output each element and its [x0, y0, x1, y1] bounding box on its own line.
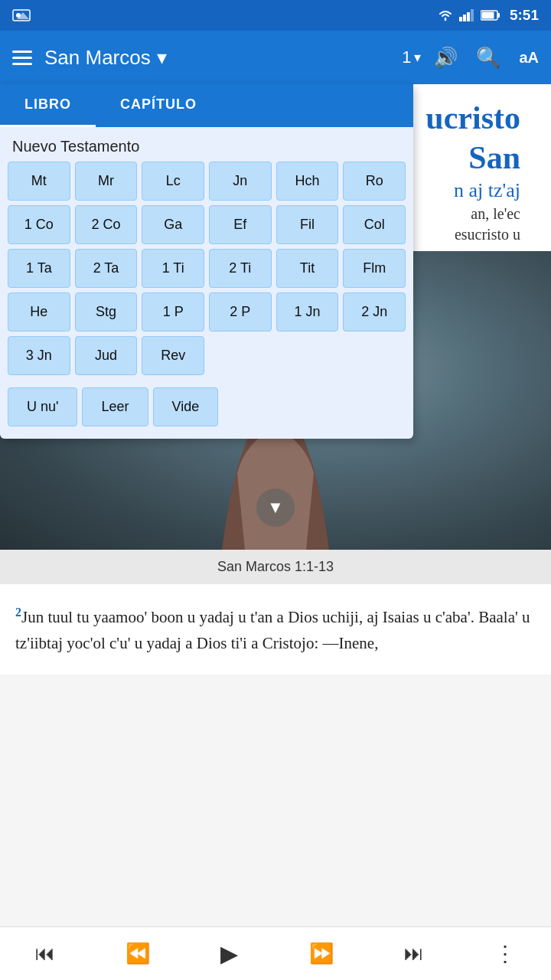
title-dropdown-arrow[interactable]: ▾	[157, 46, 167, 70]
scroll-indicator[interactable]: ▼	[256, 488, 295, 527]
book-cell[interactable]: 2 Ta	[75, 249, 138, 288]
book-grid: MtMrLcJnHchRo1 Co2 CoGaEfFilCol1 Ta2 Ta1…	[0, 162, 413, 381]
status-bar: 5:51	[0, 0, 551, 31]
bottom-spacer	[0, 675, 551, 736]
title-line2: San	[468, 140, 520, 175]
speaker-icon[interactable]: 🔊	[433, 46, 458, 70]
book-cell[interactable]: Rev	[142, 336, 204, 375]
skip-back-button[interactable]: ⏮	[26, 936, 64, 972]
photo-icon	[12, 8, 31, 22]
app-bar-title-area[interactable]: San Marcos ▾	[44, 46, 390, 70]
book-cell[interactable]: 1 Jn	[276, 292, 339, 332]
book-cell[interactable]: Ef	[209, 205, 272, 244]
book-cell[interactable]: Lc	[142, 162, 204, 201]
book-cell[interactable]: Col	[343, 205, 406, 244]
panel-tabs: LIBRO CAPÍTULO	[0, 84, 413, 127]
book-cell[interactable]: Mr	[75, 162, 138, 201]
book-cell[interactable]: Ga	[142, 205, 204, 244]
utility-cell[interactable]: Vide	[153, 387, 219, 426]
chapter-selector[interactable]: 1 ▾	[402, 47, 421, 67]
tagline: n aj tz'aj	[454, 179, 520, 201]
book-cell[interactable]: Fil	[276, 205, 339, 244]
svg-rect-6	[471, 9, 474, 21]
status-bar-left	[12, 8, 31, 22]
app-bar-icons: 🔊 🔍 aA	[433, 46, 539, 70]
svg-rect-5	[467, 12, 470, 21]
play-button[interactable]: ▶	[211, 934, 247, 973]
utility-cell[interactable]: Leer	[82, 387, 148, 426]
book-cell[interactable]: Tit	[276, 249, 339, 288]
battery-icon	[481, 10, 500, 21]
svg-rect-3	[459, 17, 462, 21]
book-cell[interactable]: Ro	[343, 162, 406, 201]
book-cell[interactable]: Hch	[276, 162, 339, 201]
book-cell[interactable]: 2 Ti	[209, 249, 272, 288]
verse-number: 2	[15, 606, 21, 619]
tab-capitulo[interactable]: CAPÍTULO	[96, 84, 221, 127]
search-icon[interactable]: 🔍	[476, 46, 500, 70]
subtext2: esucristo u	[455, 226, 520, 243]
book-cell[interactable]: 2 P	[209, 292, 272, 332]
chapter-dropdown-arrow[interactable]: ▾	[414, 49, 421, 66]
scripture-area: 2Jun tuul tu yaamoo' boon u yadaj u t'an…	[0, 584, 551, 675]
status-bar-right: 5:51	[438, 7, 539, 24]
subtext1: an, le'ec	[471, 205, 520, 222]
rewind-button[interactable]: ⏪	[116, 936, 159, 972]
svg-rect-8	[497, 13, 500, 18]
book-cell[interactable]: Stg	[75, 292, 138, 332]
book-cell[interactable]: 1 Ta	[8, 249, 70, 288]
book-cell[interactable]: Flm	[343, 249, 406, 288]
svg-rect-9	[481, 12, 494, 19]
book-cell[interactable]: He	[8, 292, 70, 332]
book-cell[interactable]: Jn	[209, 162, 272, 201]
verse-reference: San Marcos 1:1-13	[217, 559, 334, 574]
svg-rect-4	[463, 15, 466, 21]
book-cell[interactable]: 2 Co	[75, 205, 138, 244]
wifi-icon	[438, 9, 453, 21]
utility-row: U nu'LeerVide	[0, 381, 413, 430]
bottom-bar: ⏮ ⏪ ▶ ⏩ ⏭ ⋮	[0, 926, 551, 980]
utility-cell[interactable]: U nu'	[8, 387, 77, 426]
book-selector-panel: LIBRO CAPÍTULO Nuevo Testamento MtMrLcJn…	[0, 84, 413, 439]
tab-libro[interactable]: LIBRO	[0, 84, 96, 127]
more-options-button[interactable]: ⋮	[485, 935, 525, 972]
app-bar: San Marcos ▾ 1 ▾ 🔊 🔍 aA	[0, 31, 551, 84]
scripture-text: Jun tuul tu yaamoo' boon u yadaj u t'an …	[15, 608, 530, 652]
book-cell[interactable]: 1 P	[142, 292, 204, 332]
book-cell[interactable]: Mt	[8, 162, 70, 201]
chapter-number: 1	[402, 47, 411, 67]
status-time: 5:51	[510, 7, 539, 24]
fast-forward-button[interactable]: ⏩	[300, 936, 343, 972]
book-cell[interactable]: 1 Ti	[142, 249, 204, 288]
signal-icon	[459, 9, 474, 21]
book-title: San Marcos	[44, 46, 151, 70]
title-line1: ucristo	[425, 100, 520, 136]
book-cell[interactable]: 1 Co	[8, 205, 70, 244]
font-size-icon[interactable]: aA	[519, 49, 539, 67]
book-cell[interactable]: 3 Jn	[8, 336, 70, 375]
hamburger-menu[interactable]	[12, 51, 32, 65]
caption-bar: San Marcos 1:1-13	[0, 550, 551, 584]
skip-forward-button[interactable]: ⏭	[395, 936, 433, 972]
testament-heading: Nuevo Testamento	[0, 127, 413, 162]
book-cell[interactable]: 2 Jn	[343, 292, 406, 332]
book-cell[interactable]: Jud	[75, 336, 138, 375]
